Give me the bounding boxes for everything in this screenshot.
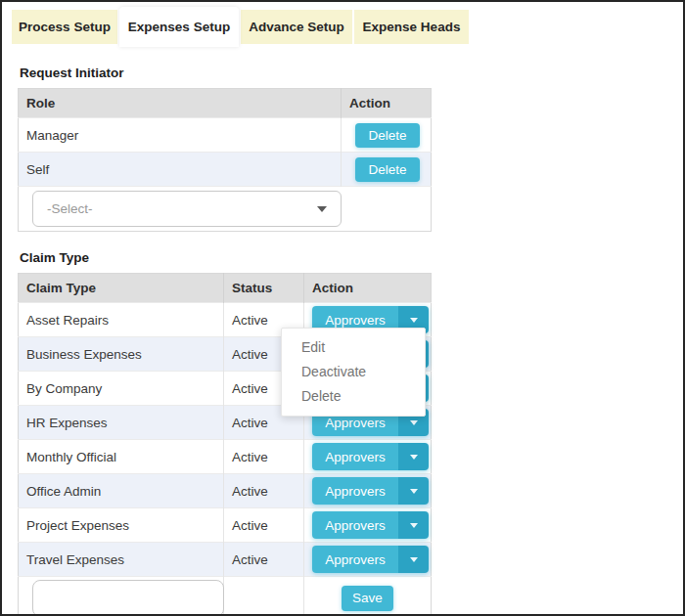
menu-item-delete[interactable]: Delete [282, 384, 425, 409]
save-button[interactable]: Save [342, 586, 393, 611]
approvers-button[interactable]: Approvers [312, 511, 429, 539]
chevron-down-icon[interactable] [398, 443, 429, 470]
claim-name-cell: HR Expenses [19, 406, 224, 440]
section-title-request-initiator: Request Initiator [20, 66, 683, 80]
approvers-button-label[interactable]: Approvers [312, 443, 398, 470]
approvers-button-label[interactable]: Approvers [312, 546, 398, 573]
table-row: Manager Delete [19, 118, 432, 153]
request-initiator-table: Role Action Manager Delete Self Delete [18, 88, 432, 232]
chevron-down-icon[interactable] [398, 477, 429, 505]
delete-button[interactable]: Delete [355, 157, 420, 182]
action-cell: Approvers [304, 508, 432, 543]
table-row: Self Delete [19, 153, 432, 187]
column-header-status: Status [224, 274, 304, 303]
delete-button[interactable]: Delete [355, 123, 420, 148]
role-cell: Manager [19, 118, 342, 153]
add-role-row: -Select- [19, 187, 432, 232]
tab-expenses-setup[interactable]: Expenses Setup [119, 7, 239, 47]
table-row: Monthly Official Active Approvers [19, 440, 432, 474]
tab-process-setup[interactable]: Process Setup [12, 10, 117, 44]
tab-advance-setup[interactable]: Advance Setup [241, 10, 352, 44]
claim-name-cell: Travel Expenses [19, 543, 224, 577]
tab-bar: Process Setup Expenses Setup Advance Set… [2, 2, 683, 47]
role-select[interactable]: -Select- [32, 191, 342, 227]
table-row: Office Admin Active Approvers [19, 474, 432, 508]
column-header-claim-type: Claim Type [19, 274, 224, 303]
action-cell: Approvers [304, 440, 432, 474]
tab-expense-heads[interactable]: Expense Heads [354, 10, 469, 44]
table-row: Project Expenses Active Approvers [19, 508, 432, 543]
table-row: Travel Expenses Active Approvers [19, 543, 432, 577]
status-cell: Active [224, 440, 304, 474]
claim-name-cell: Office Admin [19, 474, 224, 508]
section-title-claim-type: Claim Type [20, 250, 683, 265]
action-cell: Delete [342, 118, 432, 153]
claim-name-cell: By Company [19, 372, 224, 406]
app-window: Process Setup Expenses Setup Advance Set… [0, 0, 685, 616]
approvers-button-label[interactable]: Approvers [312, 511, 398, 539]
new-claim-input[interactable] [32, 580, 224, 616]
status-cell: Active [224, 508, 304, 543]
role-select-placeholder: -Select- [47, 201, 93, 216]
menu-item-edit[interactable]: Edit [282, 335, 425, 360]
column-header-action: Action [304, 274, 432, 303]
table-header-row: Role Action [19, 89, 432, 118]
menu-item-deactivate[interactable]: Deactivate [282, 360, 425, 384]
approvers-button[interactable]: Approvers [312, 546, 429, 573]
add-claim-row: Save [19, 577, 432, 616]
action-cell: Delete [342, 153, 432, 187]
claim-type-table: Claim Type Status Action Asset Repairs A… [18, 273, 432, 616]
approvers-button[interactable]: Approvers [312, 443, 429, 470]
claim-name-cell: Monthly Official [19, 440, 224, 474]
action-cell: Approvers [304, 543, 432, 577]
status-cell: Active [224, 543, 304, 577]
column-header-action: Action [342, 89, 432, 118]
approvers-button-label[interactable]: Approvers [312, 477, 398, 505]
action-cell: Approvers [304, 474, 432, 508]
chevron-down-icon[interactable] [398, 546, 429, 573]
claim-name-cell: Business Expenses [19, 337, 224, 372]
status-cell: Active [224, 474, 304, 508]
table-header-row: Claim Type Status Action [19, 274, 432, 303]
approvers-button[interactable]: Approvers [312, 477, 429, 505]
approvers-context-menu: Edit Deactivate Delete [281, 328, 426, 417]
chevron-down-icon [317, 206, 327, 212]
role-cell: Self [19, 153, 342, 187]
column-header-role: Role [19, 89, 342, 118]
chevron-down-icon[interactable] [398, 511, 429, 539]
claim-name-cell: Asset Repairs [19, 303, 224, 337]
claim-name-cell: Project Expenses [19, 508, 224, 543]
